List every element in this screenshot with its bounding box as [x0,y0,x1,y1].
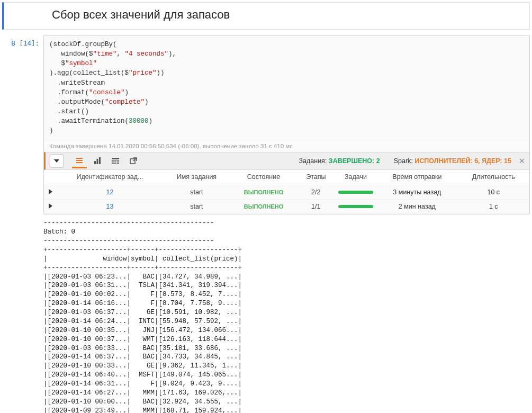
task-progress [338,205,374,208]
column-header: Состояние [230,170,297,185]
expand-icon[interactable] [49,203,52,209]
expand-icon[interactable] [49,189,52,194]
svg-rect-3 [94,161,96,164]
jobs-table: Идентификатор зад...Имя заданияСостояние… [44,170,529,214]
spark-detail: ИСПОЛНИТЕЛЕЙ: 6, ЯДЕР: 15 [414,157,511,165]
bar-chart-tab[interactable] [90,154,105,168]
job-stages: 2/2 [297,185,335,200]
job-name: start [163,200,230,214]
job-state: ВЫПОЛНЕНО [244,189,283,195]
popout-icon[interactable] [126,154,141,168]
table-row[interactable]: 13startВЫПОЛНЕНО1/12 мин назад1 c [44,200,529,214]
job-state: ВЫПОЛНЕНО [244,203,283,210]
job-sent: 3 минуты назад [376,185,457,200]
code-editor[interactable]: (stockDf.groupBy( window($"time", "4 sec… [44,35,529,140]
svg-rect-12 [117,163,119,164]
job-sent: 2 мин назад [376,200,457,214]
caret-down-icon [54,159,59,163]
list-view-tab[interactable] [72,154,87,168]
svg-rect-7 [112,160,114,161]
cell-title: Сбор всех значений для запасов [52,8,522,22]
spark-summary: Spark: ИСПОЛНИТЕЛЕЙ: 6, ЯДЕР: 15 [394,157,511,165]
column-header: Длительность [458,170,529,185]
jobs-summary: Задания: ЗАВЕРШЕНО: 2 [299,157,380,165]
table-view-tab[interactable] [108,154,123,168]
column-header: Задачи [335,170,377,185]
column-header: Идентификатор зад... [57,170,163,185]
svg-rect-1 [76,160,83,161]
jobs-toolbar: Задания: ЗАВЕРШЕНО: 2 Spark: ИСПОЛНИТЕЛЕ… [44,152,529,170]
prompt-label: В [14]: [2,35,43,214]
spark-label: Spark: [394,157,413,165]
job-name: start [163,185,230,200]
collapse-button[interactable] [50,154,64,168]
svg-rect-0 [76,158,83,159]
svg-rect-8 [114,160,116,161]
execution-status: Команда завершена 14.01.2020 00:56:50,53… [44,140,529,152]
job-stages: 1/1 [297,200,335,214]
console-output: ----------------------------------------… [43,219,530,413]
column-header: Этапы [297,170,335,185]
svg-rect-11 [114,163,116,164]
code-cell: В [14]: (stockDf.groupBy( window($"time"… [2,35,530,214]
table-row[interactable]: 12startВЫПОЛНЕНО2/23 минуты назад10 c [44,185,529,200]
svg-rect-9 [117,160,119,161]
job-duration: 10 c [458,185,529,200]
markdown-cell: Сбор всех значений для запасов [2,2,530,30]
column-header: Имя задания [163,170,230,185]
close-icon[interactable]: ✕ [519,157,525,165]
job-duration: 1 c [458,200,529,214]
svg-rect-6 [112,158,119,159]
job-id[interactable]: 13 [106,203,113,210]
svg-rect-10 [112,163,114,164]
job-id[interactable]: 12 [106,188,113,196]
jobs-label: Задания: [299,157,327,165]
code-area: (stockDf.groupBy( window($"time", "4 sec… [43,35,530,214]
svg-rect-5 [99,157,101,164]
column-header [44,170,57,185]
column-header: Время отправки [376,170,457,185]
task-progress [338,191,374,194]
svg-rect-4 [97,159,98,164]
svg-rect-2 [76,162,83,163]
jobs-done: ЗАВЕРШЕНО: 2 [329,157,380,165]
